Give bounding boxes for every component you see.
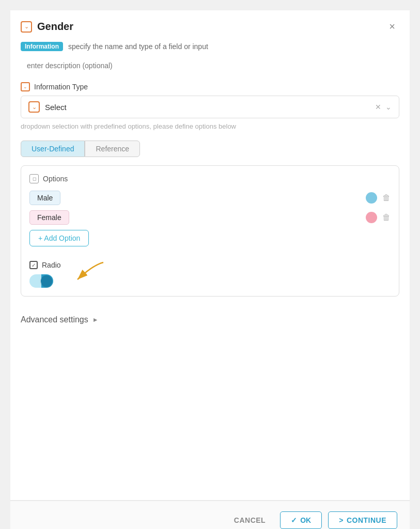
options-box: ◻ Options Male 🗑 Female 🗑 + Add (21, 165, 399, 297)
delete-male-button[interactable]: 🗑 (382, 193, 391, 203)
option-actions-male: 🗑 (366, 192, 391, 204)
tab-reference[interactable]: Reference (85, 141, 140, 157)
continue-label: CONTINUE (347, 516, 386, 524)
delete-female-button[interactable]: 🗑 (382, 213, 391, 222)
chevron-down-icon[interactable]: ⌄ (385, 103, 392, 111)
info-type-icon: ⌄ (21, 82, 30, 91)
dialog-footer: CANCEL ✓ OK > CONTINUE (10, 501, 410, 529)
ok-check-icon: ✓ (291, 516, 297, 524)
ok-button[interactable]: ✓ OK (280, 511, 322, 529)
color-picker-male[interactable] (366, 192, 377, 204)
select-dropdown[interactable]: ⌄ Select ✕ ⌄ (21, 96, 399, 118)
select-actions: ✕ ⌄ (375, 103, 392, 111)
select-icon: ⌄ (28, 101, 40, 113)
continue-arrow-icon: > (339, 516, 344, 524)
select-value: Select (45, 103, 370, 112)
select-hint: dropdown selection with predefined optio… (10, 122, 410, 141)
close-button[interactable]: × (385, 19, 399, 35)
advanced-settings[interactable]: Advanced settings ► (10, 305, 410, 335)
radio-checkbox[interactable]: ✓ (29, 261, 38, 269)
option-tag-male[interactable]: Male (29, 191, 60, 205)
dialog-title-row: ⌄ Gender (21, 21, 73, 33)
radio-section: ✓ Radio (29, 256, 391, 288)
add-option-button[interactable]: + Add Option (29, 230, 89, 246)
radio-row: ✓ Radio (29, 261, 391, 269)
field-type-icon: ⌄ (21, 21, 32, 33)
option-tag-female[interactable]: Female (29, 210, 69, 225)
clear-icon[interactable]: ✕ (375, 103, 381, 111)
advanced-settings-label: Advanced settings (21, 315, 88, 324)
continue-button[interactable]: > CONTINUE (328, 511, 397, 529)
content-area: ⌄ Information Type ⌄ Select ✕ ⌄ dropdown… (10, 57, 410, 500)
option-actions-female: 🗑 (366, 212, 391, 223)
dialog-header: ⌄ Gender × (10, 10, 410, 39)
info-text: specify the name and type of a field or … (68, 42, 208, 51)
ok-label: OK (300, 516, 311, 524)
tab-user-defined[interactable]: User-Defined (21, 141, 85, 157)
toggle-knob (41, 275, 52, 287)
option-row-male: Male 🗑 (29, 191, 391, 205)
options-label: Options (43, 175, 68, 183)
description-input[interactable] (21, 57, 399, 74)
cancel-button[interactable]: CANCEL (226, 512, 274, 528)
dialog-title: Gender (37, 21, 73, 33)
radio-label: Radio (42, 261, 61, 269)
option-row-female: Female 🗑 (29, 210, 391, 225)
info-badge: Information (21, 42, 63, 51)
color-picker-female[interactable] (366, 212, 377, 223)
advanced-settings-arrow: ► (92, 316, 99, 323)
information-type-label: ⌄ Information Type (10, 82, 410, 96)
info-bar: Information specify the name and type of… (10, 39, 410, 57)
radio-toggle[interactable] (29, 274, 53, 288)
toggle-container (29, 274, 391, 288)
tab-row: User-Defined Reference (10, 141, 410, 165)
options-icon: ◻ (29, 174, 39, 183)
dialog: ⌄ Gender × Information specify the name … (10, 10, 410, 529)
options-header: ◻ Options (29, 174, 391, 183)
